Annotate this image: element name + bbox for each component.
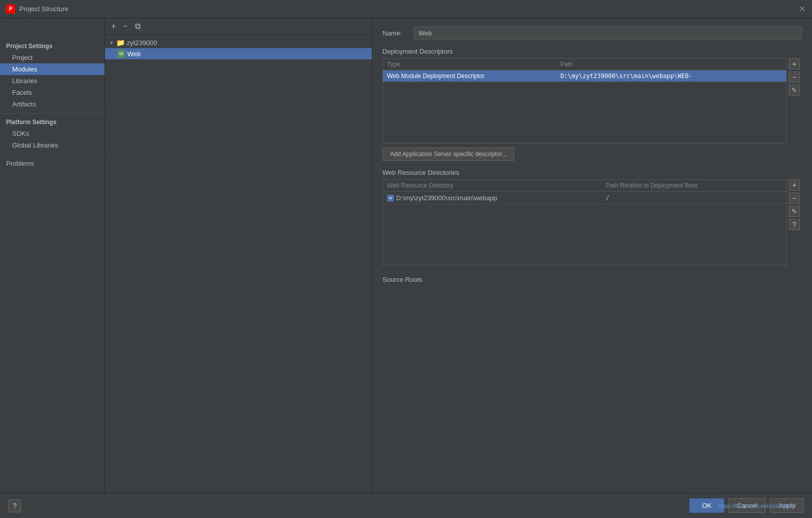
deployment-path-cell: D:\my\zyt239000\src\main\webapp\WEB- — [556, 70, 786, 82]
web-module-icon: W — [117, 50, 125, 58]
deployment-table-container: Type Path Web Module Deployment Descript… — [382, 58, 787, 143]
sidebar-item-modules[interactable]: Modules — [0, 63, 104, 75]
web-resource-add-button[interactable]: + — [789, 179, 800, 191]
tree-panel: + − ⧉ ▼ 📁 zyt239000 W Web — [105, 18, 372, 493]
table-row[interactable]: W D:\my\zyt239000\src\main\webapp / — [383, 192, 786, 204]
web-resource-title: Web Resource Directories — [382, 169, 802, 176]
web-resource-remove-button[interactable]: − — [789, 193, 800, 204]
sidebar: ← → Project Settings Project Modules Lib… — [0, 18, 105, 493]
action-buttons: OK Cancel Apply — [21, 498, 804, 513]
close-button[interactable]: ✕ — [798, 5, 806, 13]
deployment-col-path: Path — [556, 59, 786, 70]
sidebar-nav-row: ← → — [0, 22, 104, 40]
deployment-add-button[interactable]: + — [789, 58, 800, 69]
deployment-side-buttons: + − ✎ — [789, 58, 800, 96]
web-resource-help-button[interactable]: ? — [789, 219, 800, 230]
sidebar-item-libraries[interactable]: Libraries — [0, 75, 104, 87]
sidebar-item-artifacts[interactable]: Artifacts — [0, 98, 104, 110]
sidebar-item-facets[interactable]: Facets — [0, 87, 104, 98]
web-resource-col-path: Path Relative to Deployment Root — [602, 180, 786, 192]
folder-icon: 📁 — [116, 39, 125, 47]
web-dir-icon: W — [387, 195, 394, 202]
bottom-right: OK Cancel Apply https://blog.csdn.net/zy… — [21, 498, 804, 513]
web-resource-table: Web Resource Directory Path Relative to … — [383, 180, 786, 265]
web-resource-section: Web Resource Directories Web Resource Di… — [382, 169, 802, 266]
source-roots-title: Source Roots — [382, 276, 802, 283]
app-icon: P — [6, 5, 15, 14]
web-resource-side-buttons: + − ✎ ? — [789, 179, 800, 230]
help-button[interactable]: ? — [8, 499, 21, 512]
table-row[interactable]: Web Module Deployment Descriptor D:\my\z… — [383, 70, 786, 82]
deployment-table: Type Path Web Module Deployment Descript… — [383, 59, 786, 143]
web-resource-col-dir: Web Resource Directory — [383, 180, 602, 192]
deployment-descriptors-section: Deployment Descriptors Type Path Web Mod… — [382, 48, 802, 161]
platform-settings-header: Platform Settings — [0, 113, 104, 128]
name-input[interactable] — [414, 26, 802, 40]
deployment-remove-button[interactable]: − — [789, 71, 800, 83]
tree-add-button[interactable]: + — [109, 21, 118, 31]
sidebar-item-problems[interactable]: Problems — [0, 154, 104, 169]
sidebar-item-project[interactable]: Project — [0, 52, 104, 63]
window-title: Project Structure — [19, 5, 68, 13]
tree-copy-button[interactable]: ⧉ — [133, 21, 143, 31]
tree-content: ▼ 📁 zyt239000 W Web — [105, 35, 372, 61]
name-label: Name: — [382, 29, 408, 37]
right-panel: Name: Deployment Descriptors Type Path — [372, 18, 812, 493]
tree-remove-button[interactable]: − — [121, 21, 129, 31]
url-hint: https://blog.csdn.net/zyt239000 — [719, 503, 796, 509]
tree-arrow-icon: ▼ — [109, 40, 114, 46]
tree-node-web[interactable]: W Web — [105, 48, 372, 59]
sidebar-item-sdks[interactable]: SDKs — [0, 128, 104, 139]
name-row: Name: — [382, 26, 802, 40]
tree-root-label: zyt239000 — [127, 39, 157, 47]
web-resource-edit-button[interactable]: ✎ — [789, 206, 800, 217]
deployment-type-cell: Web Module Deployment Descriptor — [383, 70, 556, 82]
web-resource-table-container: Web Resource Directory Path Relative to … — [382, 179, 787, 266]
deployment-table-wrapper: Type Path Web Module Deployment Descript… — [382, 58, 787, 143]
deployment-col-type: Type — [383, 59, 556, 70]
tree-node-root[interactable]: ▼ 📁 zyt239000 — [105, 37, 372, 48]
tree-web-label: Web — [127, 50, 141, 58]
nav-back-button[interactable]: ← — [4, 24, 16, 35]
add-descriptor-button[interactable]: Add Application Server specific descript… — [382, 147, 514, 161]
source-roots-section: Source Roots — [382, 276, 802, 286]
web-resource-path-cell: / — [602, 192, 786, 204]
bottom-bar: ? OK Cancel Apply https://blog.csdn.net/… — [0, 493, 812, 518]
title-bar: P Project Structure ✕ — [0, 0, 812, 18]
title-bar-left: P Project Structure — [6, 5, 68, 14]
deployment-descriptors-title: Deployment Descriptors — [382, 48, 802, 55]
tree-toolbar: + − ⧉ — [105, 18, 372, 35]
project-settings-header: Project Settings — [0, 40, 104, 52]
sidebar-item-global-libraries[interactable]: Global Libraries — [0, 139, 104, 151]
main-container: ← → Project Settings Project Modules Lib… — [0, 18, 812, 493]
web-resource-table-wrapper: Web Resource Directory Path Relative to … — [382, 179, 787, 266]
web-resource-dir-cell: W D:\my\zyt239000\src\main\webapp — [383, 192, 602, 204]
deployment-edit-button[interactable]: ✎ — [789, 85, 800, 96]
nav-forward-button[interactable]: → — [18, 24, 30, 35]
